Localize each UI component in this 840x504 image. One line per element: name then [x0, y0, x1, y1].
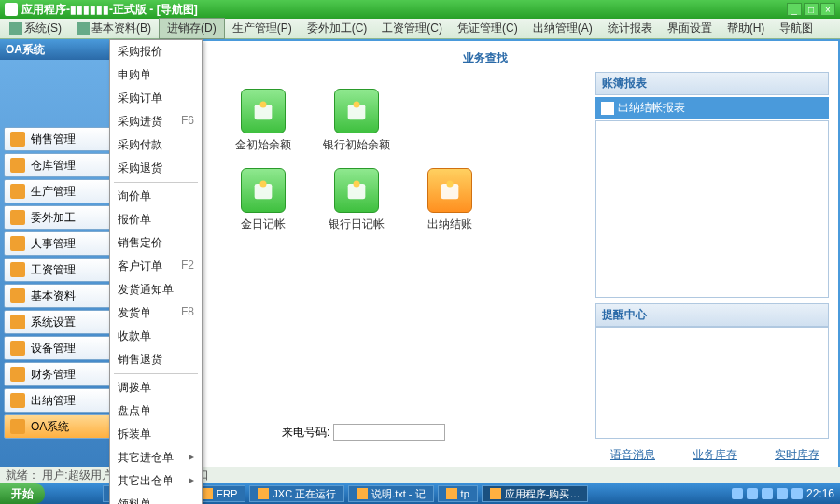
dropdown-item[interactable]: 调拨单	[110, 376, 202, 399]
cash-initial-balance-icon	[241, 89, 286, 133]
dropdown-item[interactable]: 其它出仓单▸	[110, 469, 202, 493]
bottom-link[interactable]: 语音消息	[610, 447, 655, 463]
sidebar-item-icon	[10, 393, 25, 408]
caller-id-label: 来电号码:	[282, 425, 329, 441]
menu-item[interactable]: 统计报表	[600, 19, 660, 38]
dropdown-item[interactable]: 销售定价	[110, 231, 202, 255]
caller-id-row: 来电号码:	[282, 422, 829, 442]
sidebar-item-label: 基本资料	[31, 288, 76, 304]
business-search-header[interactable]: 业务查找	[133, 41, 838, 72]
bank-initial-balance-icon	[334, 89, 379, 133]
inventory-dropdown-menu: 采购报价申购单采购订单采购进货F6采购付款采购退货询价单报价单销售定价客户订单F…	[109, 39, 203, 504]
menu-item[interactable]: 基本资料(B)	[69, 19, 159, 38]
dropdown-item[interactable]: 询价单	[110, 185, 202, 208]
cashier-closing[interactable]: 出纳结账	[403, 168, 497, 232]
sidebar-item-icon	[10, 288, 25, 303]
cash-journal-icon	[241, 168, 286, 213]
close-button[interactable]: ×	[820, 3, 835, 16]
menubar: 系统(S)基本资料(B)进销存(D)生产管理(P)委外加工(C)工资管理(C)凭…	[0, 19, 840, 39]
sidebar-item-label: 人事管理	[31, 236, 76, 252]
sidebar-item-label: 委外加工	[31, 210, 76, 226]
svg-point-7	[354, 181, 360, 188]
menu-item[interactable]: 工资管理(C)	[374, 19, 450, 38]
menu-item[interactable]: 凭证管理(C)	[450, 19, 525, 38]
start-button[interactable]: 开始	[0, 483, 45, 504]
app-icon	[5, 3, 18, 16]
sidebar-item-icon	[10, 341, 25, 356]
menu-item[interactable]: 系统(S)	[2, 19, 69, 38]
menu-item[interactable]: 帮助(H)	[720, 19, 773, 38]
tray-icon[interactable]	[747, 488, 758, 499]
dropdown-item[interactable]: 报价单	[110, 208, 202, 231]
caller-id-input[interactable]	[333, 424, 445, 441]
menu-item[interactable]: 生产管理(P)	[225, 19, 300, 38]
titlebar: 应用程序-▮▮▮▮▮▮-正式版 - [导航图] _ □ ×	[0, 0, 840, 19]
dropdown-item[interactable]: 收款单	[110, 325, 202, 348]
dropdown-item[interactable]: 采购付款	[110, 133, 202, 157]
sidebar-title: OA系统	[6, 42, 45, 58]
tray-icon[interactable]	[791, 488, 803, 499]
svg-point-5	[260, 181, 267, 188]
dropdown-item[interactable]: 销售退货	[110, 348, 202, 371]
cashier-closing-icon	[427, 168, 472, 213]
sidebar-item-icon	[10, 367, 25, 382]
menu-item[interactable]: 进销存(D)	[159, 18, 225, 39]
icon-label: 出纳结账	[403, 217, 497, 232]
icon-label: 金日记帐	[217, 217, 310, 232]
dropdown-item[interactable]: 采购进货F6	[110, 110, 202, 133]
dropdown-item[interactable]: 发货单F8	[110, 301, 202, 325]
bottom-link[interactable]: 业务库存	[693, 447, 737, 463]
taskbar-item[interactable]: JXC 正在运行	[249, 485, 344, 502]
menu-item[interactable]: 导航图	[772, 19, 820, 38]
icon-label: 金初始余额	[217, 137, 310, 153]
sidebar-item-label: 销售管理	[31, 132, 76, 147]
bank-journal[interactable]: 银行日记帐	[310, 168, 403, 232]
minimize-button[interactable]: _	[787, 3, 802, 16]
taskbar-item[interactable]: tp	[438, 485, 478, 502]
cashier-closing-report-item[interactable]: 出纳结帐报表	[595, 97, 829, 119]
menu-item[interactable]: 出纳管理(A)	[525, 19, 600, 38]
sidebar-item-label: 出纳管理	[31, 393, 76, 409]
dropdown-item[interactable]: 其它进仓单▸	[110, 446, 202, 469]
taskbar-item[interactable]: 应用程序-购买…	[482, 485, 589, 502]
sidebar-item-icon	[10, 419, 25, 434]
tray-icon[interactable]	[762, 488, 773, 499]
icon-label: 银行初始余额	[310, 137, 403, 153]
sidebar-item-label: 系统设置	[31, 315, 76, 330]
sidebar-item-label: 工资管理	[31, 262, 76, 278]
bank-initial-balance[interactable]: 银行初始余额	[310, 89, 403, 153]
report-panel-body	[595, 120, 829, 298]
dropdown-item[interactable]: 采购退货	[110, 157, 202, 180]
dropdown-item[interactable]: 采购订单	[110, 87, 202, 110]
dropdown-item[interactable]: 采购报价	[110, 40, 202, 63]
dropdown-item[interactable]: 拆装单	[110, 423, 202, 446]
dropdown-item[interactable]: 申购单	[110, 63, 202, 87]
report-panel-title: 账簿报表	[595, 72, 829, 95]
sidebar-item-icon	[10, 236, 25, 251]
dropdown-item[interactable]: 领料单	[110, 493, 202, 504]
dropdown-item[interactable]: 发货通知单	[110, 278, 202, 301]
tray-icon[interactable]	[777, 488, 788, 499]
cash-journal[interactable]: 金日记帐	[217, 168, 310, 232]
maximize-button[interactable]: □	[804, 3, 819, 16]
main-area: 业务查找 金初始余额银行初始余额 金日记帐银行日记帐出纳结账 账簿报表 出纳结帐…	[131, 39, 840, 469]
bottom-link[interactable]: 实时库存	[775, 447, 819, 463]
svg-point-3	[354, 102, 360, 108]
sidebar-item-icon	[10, 184, 25, 199]
tray-icon[interactable]	[732, 488, 743, 499]
menu-item[interactable]: 界面设置	[660, 19, 720, 38]
cash-initial-balance[interactable]: 金初始余额	[217, 89, 310, 153]
window-title: 应用程序-▮▮▮▮▮▮-正式版 - [导航图]	[21, 2, 785, 18]
icon-label: 银行日记帐	[310, 217, 403, 232]
taskbar-item[interactable]: 说明.txt - 记	[348, 485, 433, 502]
sidebar-item-icon	[10, 315, 25, 329]
sidebar-item-icon	[10, 210, 25, 225]
dropdown-item[interactable]: 盘点单	[110, 399, 202, 423]
sidebar-item-label: 财务管理	[31, 367, 76, 383]
menu-item[interactable]: 委外加工(C)	[300, 19, 375, 38]
sidebar-item-icon	[10, 132, 25, 147]
dropdown-item[interactable]: 客户订单F2	[110, 255, 202, 278]
sidebar-item-label: 生产管理	[31, 184, 76, 200]
tray-clock: 22:16	[806, 487, 834, 500]
svg-point-1	[260, 102, 267, 108]
